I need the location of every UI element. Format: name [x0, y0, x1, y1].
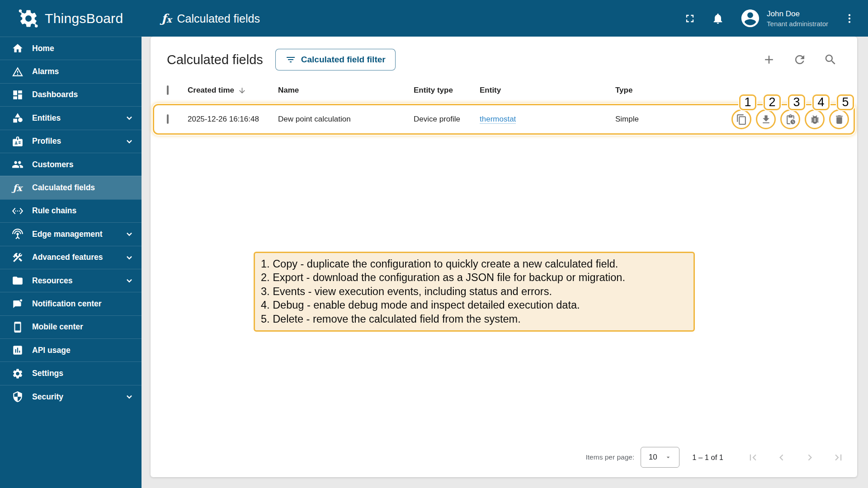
- annotation-note-line: 1. Copy - duplicate the configuration to…: [261, 257, 686, 271]
- people-icon: [11, 159, 24, 171]
- sidebar-item-alarms[interactable]: Alarms: [0, 60, 142, 83]
- user-role: Tenant administrator: [767, 20, 828, 28]
- chevron-down-icon: [124, 136, 134, 146]
- column-created-time[interactable]: Created time: [188, 86, 278, 95]
- page-title: ƒx Calculated fields: [161, 12, 260, 25]
- select-arrow-icon: [665, 454, 672, 461]
- sidebar-item-notification-center[interactable]: Notification center: [0, 292, 142, 315]
- thingsboard-logo-icon: [18, 8, 39, 29]
- debug-button[interactable]: 4: [805, 109, 825, 129]
- fx-icon: ƒx: [11, 182, 24, 194]
- sidebar-item-api-usage[interactable]: API usage: [0, 338, 142, 361]
- sidebar-item-calculated-fields[interactable]: ƒx Calculated fields: [0, 176, 142, 199]
- search-icon: [824, 53, 837, 66]
- user-menu[interactable]: John Doe Tenant administrator: [740, 8, 828, 29]
- fx-icon: ƒx: [161, 12, 172, 25]
- add-button[interactable]: [762, 53, 776, 66]
- first-page-button[interactable]: [747, 451, 759, 464]
- paginator-range: 1 – 1 of 1: [692, 453, 723, 462]
- page-size-select[interactable]: 10: [641, 447, 679, 468]
- annotation-badge-5: 5: [837, 94, 854, 110]
- warning-icon: [11, 66, 24, 78]
- entity-link[interactable]: thermostat: [480, 115, 516, 124]
- folder-icon: [11, 275, 24, 287]
- sidebar-item-mobile-center[interactable]: Mobile center: [0, 315, 142, 338]
- antenna-icon: [11, 228, 24, 240]
- calculated-field-filter-button[interactable]: Calculated field filter: [275, 49, 396, 70]
- cell-name: Dew point calculation: [278, 115, 414, 124]
- search-button[interactable]: [824, 53, 837, 66]
- rule-chain-icon: [11, 205, 24, 217]
- delete-button[interactable]: 5: [829, 109, 849, 129]
- column-entity[interactable]: Entity: [480, 86, 615, 95]
- download-icon: [760, 114, 772, 125]
- tools-icon: [11, 251, 24, 263]
- notification-icon: [11, 298, 24, 310]
- annotation-badge-4: 4: [812, 94, 830, 110]
- kebab-menu-icon: [844, 13, 855, 24]
- copy-icon: [736, 114, 747, 125]
- plus-icon: [762, 53, 776, 66]
- cell-created-time: 2025-12-26 16:16:48: [188, 115, 278, 124]
- brand-name: ThingsBoard: [45, 11, 123, 26]
- next-page-button[interactable]: [804, 451, 816, 464]
- home-icon: [11, 42, 24, 55]
- shield-icon: [11, 391, 24, 403]
- chevron-down-icon: [124, 113, 134, 123]
- id-badge-icon: [11, 135, 24, 147]
- sidebar-item-advanced-features[interactable]: Advanced features: [0, 246, 142, 269]
- annotation-note-line: 3. Events - view execution events, inclu…: [261, 285, 686, 298]
- more-menu-button[interactable]: [844, 13, 855, 24]
- sort-desc-icon: [238, 86, 246, 95]
- app-logo[interactable]: ThingsBoard: [0, 8, 142, 29]
- sidebar-item-customers[interactable]: Customers: [0, 153, 142, 176]
- row-checkbox[interactable]: [167, 114, 169, 124]
- notifications-button[interactable]: [712, 12, 724, 25]
- bell-icon: [712, 12, 724, 25]
- trash-icon: [834, 114, 845, 125]
- sidebar-item-home[interactable]: Home: [0, 37, 142, 60]
- annotation-note-line: 5. Delete - remove the calculated field …: [261, 312, 686, 326]
- last-page-button[interactable]: [832, 451, 844, 464]
- gear-icon: [11, 367, 24, 380]
- sidebar-item-edge-management[interactable]: Edge management: [0, 222, 142, 245]
- column-type[interactable]: Type: [615, 86, 726, 95]
- top-header-bar: ThingsBoard ƒx Calculated fields John Do…: [0, 0, 868, 37]
- chevron-down-icon: [124, 392, 134, 402]
- sidebar-item-security[interactable]: Security: [0, 385, 142, 408]
- annotation-badge-3: 3: [788, 94, 805, 110]
- panel-title: Calculated fields: [167, 52, 263, 67]
- chevron-down-icon: [124, 253, 134, 263]
- sidebar-item-dashboards[interactable]: Dashboards: [0, 83, 142, 106]
- sidebar-item-rule-chains[interactable]: Rule chains: [0, 199, 142, 222]
- chevron-down-icon: [124, 229, 134, 239]
- events-icon: [785, 114, 796, 125]
- refresh-button[interactable]: [793, 53, 807, 66]
- bar-chart-icon: [11, 344, 24, 357]
- sidebar-item-resources[interactable]: Resources: [0, 269, 142, 292]
- sidebar-item-entities[interactable]: Entities: [0, 106, 142, 129]
- fullscreen-icon: [684, 12, 696, 25]
- entities-icon: [11, 112, 24, 124]
- calculated-fields-panel: Calculated fields Calculated field filte…: [151, 37, 857, 477]
- export-button[interactable]: 2: [756, 109, 776, 129]
- column-entity-type[interactable]: Entity type: [414, 86, 480, 95]
- cell-type: Simple: [615, 115, 726, 124]
- paginator: Items per page: 10 1 – 1 of 1: [151, 437, 857, 477]
- table-row[interactable]: 2025-12-26 16:16:48 Dew point calculatio…: [153, 104, 855, 135]
- fullscreen-button[interactable]: [684, 12, 696, 25]
- copy-button[interactable]: 1: [731, 109, 751, 129]
- sidebar-item-settings[interactable]: Settings: [0, 361, 142, 385]
- events-button[interactable]: 3: [780, 109, 800, 129]
- sidebar-item-profiles[interactable]: Profiles: [0, 130, 142, 153]
- annotation-note-box: 1. Copy - duplicate the configuration to…: [254, 252, 695, 332]
- refresh-icon: [793, 53, 807, 66]
- dashboards-icon: [11, 89, 24, 101]
- select-all-checkbox[interactable]: [167, 85, 169, 95]
- chevron-down-icon: [124, 276, 134, 286]
- row-actions: 1 2 3 4 5: [731, 109, 849, 129]
- previous-page-button[interactable]: [775, 451, 788, 464]
- column-name[interactable]: Name: [278, 86, 414, 95]
- cell-entity-type: Device profile: [414, 115, 480, 124]
- annotation-badge-1: 1: [739, 94, 756, 110]
